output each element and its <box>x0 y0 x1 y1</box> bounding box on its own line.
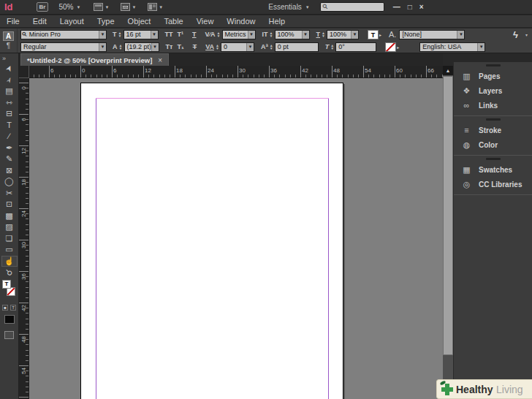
dock-item-stroke[interactable]: ≡Stroke <box>454 123 532 137</box>
baseline-shift-field[interactable]: 0 pt <box>275 42 319 52</box>
vertical-scale-stepper[interactable]: ▲▼ <box>269 31 274 37</box>
tools-panel-collapse-chevron[interactable]: » <box>0 53 18 63</box>
ruler-tick <box>322 75 322 77</box>
line-tool[interactable]: ∕ <box>0 131 18 142</box>
rectangle-frame-tool[interactable]: ⊠ <box>0 165 18 177</box>
character-style-combo[interactable]: [None] ▼ <box>399 30 465 39</box>
zoom-tool[interactable]: ⚲ <box>0 267 18 278</box>
ruler-tick <box>26 360 28 361</box>
horizontal-scale-stepper[interactable]: ▲▼ <box>321 31 326 37</box>
menu-layout[interactable]: Layout <box>53 17 91 26</box>
menu-view[interactable]: View <box>190 17 221 26</box>
font-size-combo[interactable]: 16 pt ▼ <box>123 30 159 39</box>
type-tool[interactable]: T <box>0 120 18 132</box>
small-caps-button[interactable]: Tᴛ <box>164 43 175 50</box>
ruler-origin-corner[interactable] <box>19 66 29 78</box>
selection-tool[interactable]: ➤ <box>0 63 18 75</box>
horizontal-scale-value: 100% <box>327 31 351 38</box>
apply-color-button[interactable] <box>4 315 15 324</box>
underline-button[interactable]: T <box>190 31 199 38</box>
dock-group-grip[interactable] <box>486 64 501 66</box>
menu-help[interactable]: Help <box>262 17 292 26</box>
menu-type[interactable]: Type <box>91 17 121 26</box>
scroll-up-arrow[interactable]: ▲ <box>443 66 453 75</box>
vertical-scrollbar[interactable]: ▲ ▼ <box>443 66 453 399</box>
gradient-feather-tool[interactable]: ▨ <box>0 221 18 233</box>
page-tool[interactable]: ▤ <box>0 86 18 97</box>
pencil-tool[interactable]: ✎ <box>0 153 18 165</box>
menu-edit[interactable]: Edit <box>26 17 53 26</box>
formatting-affects-container-button[interactable]: ■ <box>2 305 8 311</box>
screen-mode-button[interactable] <box>4 331 14 339</box>
panel-menu-caret[interactable]: ▾ <box>525 32 528 37</box>
kerning-stepper[interactable]: ▲▼ <box>216 31 221 37</box>
screen-mode-button[interactable]: ▼ <box>121 3 136 11</box>
font-style-combo[interactable]: Regular ▼ <box>20 42 107 52</box>
menu-object[interactable]: Object <box>121 17 158 26</box>
baseline-shift-stepper[interactable]: ▲▼ <box>269 44 274 50</box>
close-tab-icon[interactable]: × <box>158 56 162 64</box>
maximize-button[interactable]: □ <box>408 4 412 11</box>
font-family-combo[interactable]: ⚲ Minion Pro ▼ <box>20 30 107 39</box>
fill-color-swatch[interactable] <box>368 30 379 39</box>
menu-table[interactable]: Table <box>157 17 189 26</box>
ellipse-tool[interactable]: ◯ <box>0 176 18 188</box>
dock-item-swatches[interactable]: ▦Swatches <box>454 162 532 177</box>
tracking-stepper[interactable]: ▲▼ <box>215 44 220 50</box>
leading-stepper[interactable]: ▲▼ <box>118 44 123 50</box>
paragraph-formatting-button[interactable]: ¶ <box>7 42 10 50</box>
close-button[interactable]: × <box>419 4 424 11</box>
dock-item-color[interactable]: ◍Color <box>454 137 532 152</box>
workspace-switcher[interactable]: Essentials ▼ <box>268 3 310 11</box>
search-box[interactable]: ⚲ <box>320 2 384 12</box>
vertical-scale-combo[interactable]: 100% ▼ <box>275 30 310 39</box>
stroke-color-swatch[interactable] <box>385 42 396 52</box>
hand-tool[interactable]: ☝ <box>1 256 18 267</box>
quick-apply-button[interactable]: ϟ <box>513 29 518 40</box>
strikethrough-button[interactable]: T <box>191 43 200 50</box>
bridge-button[interactable]: Br <box>37 2 49 12</box>
toolbar-fill-swatch[interactable]: T <box>2 280 11 289</box>
superscript-button[interactable]: T¹ <box>175 31 186 38</box>
kerning-combo[interactable]: Metrics ▼ <box>222 30 256 39</box>
direct-selection-tool[interactable]: ➢ <box>0 75 18 86</box>
scissors-tool[interactable]: ✂ <box>0 188 18 200</box>
view-options-button[interactable]: ▼ <box>94 3 109 11</box>
dock-item-pages[interactable]: ▥Pages <box>454 69 532 83</box>
character-formatting-button[interactable]: A <box>3 31 14 41</box>
zoom-level-dropdown[interactable]: 50% ▼ <box>58 3 80 11</box>
note-tool[interactable]: ❏ <box>0 233 18 245</box>
menu-file[interactable]: File <box>0 17 26 26</box>
pen-tool[interactable]: ✒ <box>0 142 18 154</box>
kerning-value: Metrics <box>223 31 248 38</box>
dock-group-grip[interactable] <box>486 158 501 160</box>
menu-window[interactable]: Window <box>220 17 262 26</box>
subscript-button[interactable]: T₁ <box>175 43 186 50</box>
swatch-flyout-arrow-icon[interactable]: ▸ <box>379 32 381 37</box>
document-tab[interactable]: *Untitled-2 @ 50% [Overprint Preview] × <box>20 53 169 66</box>
all-caps-button[interactable]: TT <box>163 31 175 38</box>
dock-group-grip[interactable] <box>486 118 501 121</box>
dock-item-links[interactable]: ∞Links <box>454 98 532 113</box>
formatting-affects-text-button[interactable]: T <box>10 305 16 311</box>
horizontal-scale-combo[interactable]: 100% ▼ <box>327 30 359 39</box>
minimize-button[interactable]: — <box>393 4 400 11</box>
leading-combo[interactable]: (19.2 pt) ▼ <box>124 42 159 52</box>
tracking-combo[interactable]: 0 ▼ <box>221 42 254 52</box>
content-collector-tool[interactable]: ⊟ <box>0 108 18 120</box>
dock-item-cc-libraries[interactable]: ◎CC Libraries <box>454 177 532 191</box>
chevron-down-icon: ▼ <box>246 43 254 51</box>
free-transform-tool[interactable]: ⊡ <box>0 199 18 210</box>
font-size-stepper[interactable]: ▲▼ <box>118 31 123 37</box>
search-input[interactable] <box>327 4 381 11</box>
skew-stepper[interactable]: ▲▼ <box>330 44 335 50</box>
arrange-documents-button[interactable]: ▼ <box>148 3 163 11</box>
scrollbar-thumb[interactable] <box>443 76 453 355</box>
gradient-tool[interactable]: ▩ <box>0 210 18 222</box>
skew-field[interactable]: 0° <box>335 42 376 52</box>
swatch-flyout-arrow-icon[interactable]: ▸ <box>397 45 399 50</box>
language-combo[interactable]: English: USA ▼ <box>419 42 485 52</box>
measure-tool[interactable]: ▭ <box>0 244 18 256</box>
dock-item-layers[interactable]: ❖Layers <box>454 83 532 98</box>
gap-tool[interactable]: ⇿ <box>0 97 18 109</box>
